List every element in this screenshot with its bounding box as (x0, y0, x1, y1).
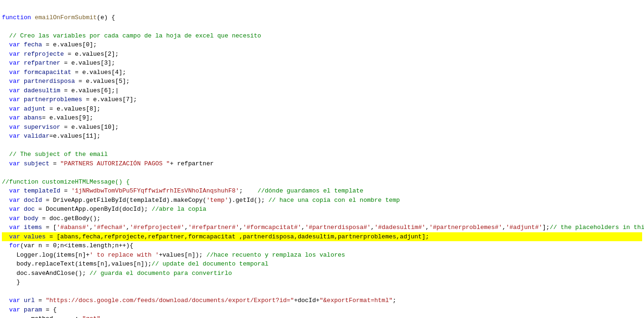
line-content: var supervisor = e.values[10]; (2, 123, 642, 132)
code-token: param (24, 306, 42, 313)
line-content: var values = [abans,fecha,refprojecte,re… (2, 232, 642, 242)
code-token: formcapacitat (24, 69, 71, 76)
code-token (20, 160, 24, 167)
code-line: var partnerproblemes = e.values[7]; (0, 95, 644, 104)
code-token: var (9, 133, 20, 140)
code-line (0, 168, 644, 177)
code-token: '#refpartner#' (188, 224, 239, 231)
line-content: var partnerproblemes = e.values[7]; (2, 95, 642, 104)
line-content (2, 22, 642, 31)
code-token: '#fecha#' (93, 224, 126, 231)
code-token: = e.values[7]; (82, 96, 137, 103)
code-token (2, 59, 9, 67)
code-line: Logger.log(items[n]+' to replace with '+… (0, 251, 644, 260)
code-line: var docId = DriveApp.getFileById(templat… (0, 196, 644, 205)
code-token: '#partnerproblemes#' (429, 224, 502, 231)
code-token: = DocumentApp.openById(docId); (35, 206, 152, 213)
code-line (0, 287, 644, 296)
code-token (2, 206, 9, 213)
code-token (20, 224, 24, 231)
code-token: = (35, 297, 45, 304)
code-token (2, 41, 9, 48)
line-content: var items = ['#abans#','#fecha#','#refpr… (2, 223, 644, 232)
code-token: //hace recuento y remplaza los valores (206, 251, 345, 259)
code-token: (e) { (97, 14, 115, 21)
code-token: // hace una copia con el nombre temp (269, 197, 400, 204)
code-line: var subject = "PARTNERS AUTORIZACIÓN PAG… (0, 159, 644, 169)
line-content: } (2, 278, 642, 287)
line-content: doc.saveAndClose(); // guarda el documen… (2, 269, 642, 278)
line-content: var dadesultim = e.values[6];| (2, 86, 642, 96)
code-token: method : (2, 315, 82, 318)
line-content: var param = { (2, 305, 642, 315)
code-token: var (9, 187, 20, 194)
code-line: var abans= e.values[9]; (0, 113, 644, 123)
code-token: ).getId(); (228, 197, 269, 204)
code-token: var (9, 51, 20, 58)
code-token: = doc.getBody(); (38, 215, 101, 222)
line-content: method : "get", (2, 314, 642, 318)
code-token (20, 105, 24, 112)
code-token: partnerdisposa (24, 78, 75, 85)
code-token (2, 187, 9, 194)
line-content: function emailOnFormSubmit(e) { (2, 13, 642, 22)
code-token: values (24, 233, 46, 240)
code-token: // guarda el documento para convertirlo (89, 270, 232, 277)
code-token (20, 206, 24, 213)
code-token (2, 224, 9, 231)
code-line: var validar=e.values[11]; (0, 132, 644, 141)
code-token (20, 87, 24, 94)
code-token (2, 197, 9, 204)
code-token: //function customizeHTMLMessage() { (2, 178, 130, 185)
code-token: = e.values[5]; (75, 78, 130, 85)
code-token: var (9, 160, 20, 167)
code-line: var refprojecte = e.values[2]; (0, 50, 644, 59)
line-content (2, 287, 642, 296)
code-token: } (2, 279, 20, 286)
code-token (2, 233, 9, 240)
code-token (20, 96, 24, 103)
line-content: // Creo las variables por cada campo de … (2, 31, 642, 41)
code-line: // The subject of the email (0, 150, 644, 159)
code-token: body (24, 215, 38, 222)
code-line: var items = ['#abans#','#fecha#','#refpr… (0, 223, 644, 232)
code-token (2, 133, 9, 140)
code-token: '#adjunt#' (506, 224, 542, 231)
code-token: // Creo las variables por cada campo de … (2, 32, 261, 39)
code-token: , (371, 224, 374, 231)
code-token (20, 124, 24, 131)
line-content: for(var n = 0;n<items.length;n++){ (2, 241, 642, 251)
code-token: function (2, 14, 31, 21)
code-line: body.replaceText(items[n],values[n]);// … (0, 259, 644, 269)
code-token: dadesultim (24, 87, 60, 94)
code-token: , (301, 224, 305, 231)
code-line: var partnerdisposa = e.values[5]; (0, 77, 644, 86)
code-token: (var n = 0;n<items.length;n++){ (20, 242, 133, 249)
code-token: = e.values[9]; (42, 114, 93, 121)
code-token: + refpartner (170, 160, 214, 167)
line-content: var templateId = '1jNRwdbwTomVbPu5FYqffw… (2, 186, 642, 196)
code-token: var (9, 297, 20, 304)
code-token (2, 51, 9, 58)
code-token: = e.values[4]; (71, 69, 126, 76)
code-token: emailOnFormSubmit (35, 14, 97, 21)
code-line: var values = [abans,fecha,refprojecte,re… (0, 232, 644, 242)
code-token: = e.values[8]; (46, 105, 101, 112)
code-token (2, 215, 9, 222)
line-content: var doc = DocumentApp.openById(docId); /… (2, 205, 642, 214)
code-token: =e.values[11]; (49, 133, 100, 140)
code-token (2, 96, 9, 103)
code-line: var body = doc.getBody(); (0, 214, 644, 223)
code-token: var (9, 197, 20, 204)
code-line (0, 141, 644, 150)
code-token (20, 69, 24, 76)
code-token (20, 114, 24, 121)
line-content (2, 141, 642, 150)
code-line: var templateId = '1jNRwdbwTomVbPu5FYqffw… (0, 186, 644, 196)
code-token (2, 78, 9, 85)
code-token: var (9, 114, 20, 121)
code-token (20, 197, 24, 204)
line-content: var validar=e.values[11]; (2, 132, 642, 141)
code-line: var doc = DocumentApp.openById(docId); /… (0, 205, 644, 214)
code-token: "https://docs.google.com/feeds/download/… (46, 297, 294, 304)
